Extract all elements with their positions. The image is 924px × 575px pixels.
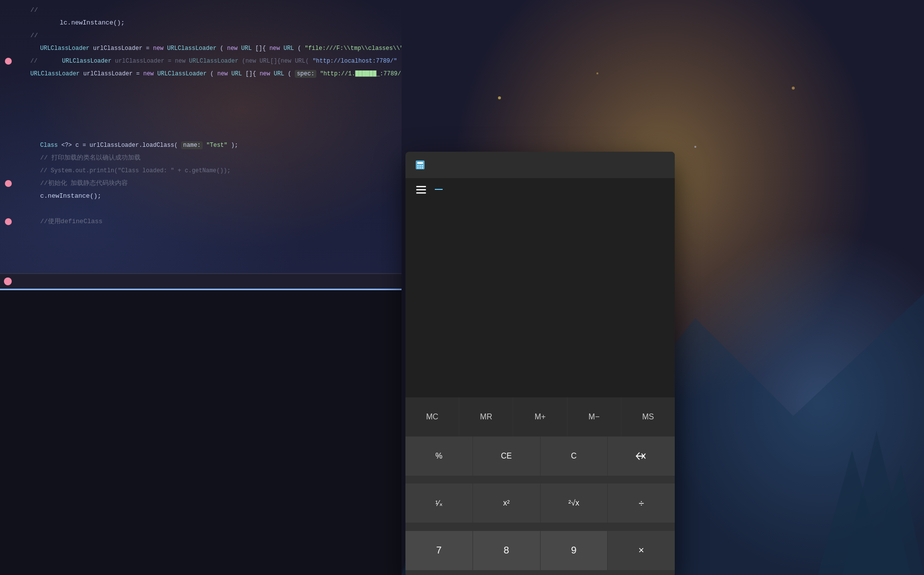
code-line: //初始化 加载静态代码块内容 <box>0 177 402 190</box>
code-content: // 打印加载的类名以确认成功加载 <box>40 152 397 164</box>
eight-button[interactable]: 8 <box>473 531 540 570</box>
code-content: // <box>30 4 397 17</box>
code-line: URLClassLoader urlClassLoader = new URLC… <box>0 42 402 55</box>
breakpoint-indicator <box>5 180 12 187</box>
code-content: URLClassLoader urlClassLoader = new URLC… <box>30 42 402 55</box>
svg-rect-21 <box>416 186 426 187</box>
nine-button[interactable]: 9 <box>541 531 608 570</box>
code-line: // System.out.println("Class loaded: " +… <box>0 164 402 177</box>
svg-point-11 <box>694 146 696 148</box>
code-content: URLClassLoader urlClassLoader = new URLC… <box>30 68 402 80</box>
percent-button[interactable]: % <box>405 437 473 476</box>
code-line: Class <?> c = urlClassLoader.loadClass( … <box>0 139 402 152</box>
memory-minus-button[interactable]: M− <box>568 397 621 437</box>
hamburger-menu-icon[interactable] <box>413 182 429 198</box>
code-line <box>0 119 402 139</box>
terminal-content <box>0 290 402 298</box>
ce-button[interactable]: CE <box>473 437 540 476</box>
breakpoint-indicator <box>5 58 12 65</box>
svg-rect-15 <box>417 165 419 166</box>
code-line: // <box>0 29 402 42</box>
memory-store-button[interactable]: MS <box>621 397 675 437</box>
code-line: URLClassLoader urlClassLoader = new URLC… <box>0 68 402 80</box>
calculator-window[interactable]: MCMRM+M−MS%CEC¹⁄ₓx²²√x÷789× <box>405 152 675 575</box>
sqrt-button[interactable]: ²√x <box>541 483 608 523</box>
svg-point-12 <box>792 87 795 90</box>
backspace-button[interactable] <box>608 437 675 476</box>
svg-rect-16 <box>420 165 421 166</box>
code-content: //使用defineClass <box>40 215 397 228</box>
clear-button[interactable]: C <box>541 437 608 476</box>
code-content: // System.out.println("Class loaded: " +… <box>40 164 397 177</box>
svg-rect-14 <box>417 162 423 164</box>
multiply-button[interactable]: × <box>608 531 675 570</box>
code-line <box>0 100 402 119</box>
code-line: //使用defineClass <box>0 215 402 228</box>
calculator-icon <box>413 158 427 172</box>
svg-rect-19 <box>420 167 421 168</box>
code-line: c.newInstance(); <box>0 190 402 203</box>
code-line: lc.newInstance(); <box>0 17 402 29</box>
code-line <box>0 203 402 215</box>
memory-clear-button[interactable]: MC <box>405 397 459 437</box>
svg-point-10 <box>596 72 598 74</box>
code-editor: // lc.newInstance(); // URLClassLoader u… <box>0 0 402 274</box>
divide-button[interactable]: ÷ <box>608 483 675 523</box>
svg-rect-23 <box>416 192 426 194</box>
svg-rect-18 <box>417 167 419 168</box>
svg-marker-6 <box>818 450 886 575</box>
square-button[interactable]: x² <box>473 483 540 523</box>
memory-plus-button[interactable]: M+ <box>513 397 567 437</box>
svg-point-9 <box>498 96 501 99</box>
code-line: // 打印加载的类名以确认成功加载 <box>0 152 402 164</box>
code-line: // <box>0 4 402 17</box>
terminal-close-button[interactable] <box>4 277 12 285</box>
code-line <box>0 80 402 100</box>
calculator-header <box>405 152 675 178</box>
code-content: // URLClassLoader urlClassLoader = new U… <box>30 55 402 68</box>
svg-rect-20 <box>422 167 423 168</box>
code-lines: // lc.newInstance(); // URLClassLoader u… <box>0 0 402 232</box>
calculator-keypad: MCMRM+M−MS%CEC¹⁄ₓx²²√x÷789× <box>405 397 675 575</box>
calculator-nav <box>405 178 675 202</box>
code-line: // URLClassLoader urlClassLoader = new U… <box>0 55 402 68</box>
code-content: c.newInstance(); <box>40 190 397 203</box>
terminal-panel <box>0 273 402 575</box>
reciprocal-button[interactable]: ¹⁄ₓ <box>405 483 473 523</box>
svg-marker-5 <box>842 431 911 575</box>
memory-recall-button[interactable]: MR <box>459 397 513 437</box>
terminal-header <box>0 274 402 289</box>
breakpoint-indicator <box>5 218 12 225</box>
code-content: //初始化 加载静态代码块内容 <box>40 177 397 190</box>
calculator-display <box>405 202 675 397</box>
code-content: // <box>30 29 397 42</box>
svg-rect-17 <box>422 165 423 166</box>
active-mode-underline <box>435 189 443 190</box>
svg-rect-22 <box>416 189 426 191</box>
svg-marker-7 <box>867 465 924 575</box>
code-content: lc.newInstance(); <box>30 17 397 29</box>
code-content: Class <?> c = urlClassLoader.loadClass( … <box>40 139 397 152</box>
seven-button[interactable]: 7 <box>405 531 473 570</box>
